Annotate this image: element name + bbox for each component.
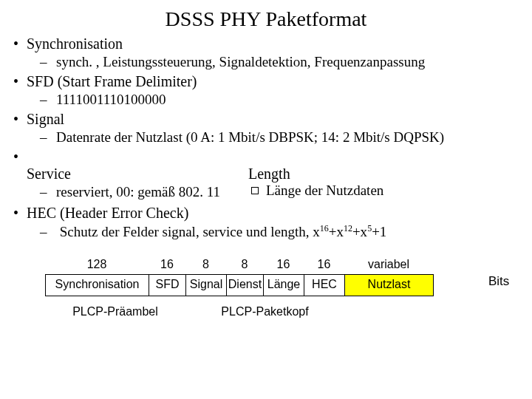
bullet-hec-text: HEC (Header Error Check) — [27, 205, 188, 221]
hec-exp-12: 12 — [344, 223, 352, 233]
bits-var: variabel — [344, 258, 433, 271]
field-hec: HEC — [304, 275, 345, 296]
page-title: DSSS PHY Paketformat — [15, 7, 517, 31]
bullet-service-length: Service reserviert, 00: gemäß 802. 11 Le… — [27, 149, 517, 203]
field-nutzlast: Nutzlast — [345, 275, 434, 296]
bit-count-row: 128 16 8 8 16 16 variabel — [45, 258, 433, 271]
field-sync: Synchronisation — [46, 275, 149, 296]
bullet-length-text: Length — [248, 166, 290, 182]
bits-label: Bits — [488, 274, 509, 289]
label-header: PLCP-Paketkopf — [185, 305, 344, 318]
bits-hec: 16 — [304, 258, 344, 271]
bullet-length-sub: Länge der Nutzdaten — [248, 183, 517, 199]
field-dienst: Dienst — [227, 275, 264, 296]
field-lange: Länge — [264, 275, 304, 296]
bullet-signal-sub: Datenrate der Nutzlast (0 A: 1 Mbit/s DB… — [56, 129, 517, 146]
packet-diagram: 128 16 8 8 16 16 variabel Synchronisatio… — [45, 258, 487, 332]
bullet-sync-sub: synch. , Leistungssteuerung, Signaldetek… — [56, 54, 517, 70]
field-sfd: SFD — [149, 275, 186, 296]
hec-exp-16: 16 — [320, 223, 329, 233]
bullet-signal: Signal Datenrate der Nutzlast (0 A: 1 Mb… — [27, 111, 517, 146]
bits-sfd: 16 — [149, 258, 185, 271]
bullet-sfd-sub: 1111001110100000 — [56, 92, 517, 108]
hec-plusx-1: +x — [329, 224, 344, 239]
bits-sync: 128 — [45, 258, 149, 271]
field-signal: Signal — [186, 275, 227, 296]
bullet-sfd-text: SFD (Start Frame Delimiter) — [27, 73, 197, 89]
bullet-service-text: Service — [27, 166, 71, 182]
bullet-sfd: SFD (Start Frame Delimiter) 111100111010… — [27, 73, 517, 108]
bullet-sync: Synchronisation synch. , Leistungssteuer… — [27, 35, 517, 70]
bullet-hec-sub: Schutz der Felder signal, service und le… — [56, 223, 517, 240]
bits-dienst: 8 — [226, 258, 263, 271]
bullet-sync-text: Synchronisation — [27, 35, 123, 52]
bullet-service-sub: reserviert, 00: gemäß 802. 11 — [56, 184, 248, 200]
field-row: Synchronisation SFD Signal Dienst Länge … — [45, 274, 434, 296]
hec-plusx-2: +x — [352, 224, 367, 239]
bullet-signal-text: Signal — [27, 111, 64, 127]
bits-lange: 16 — [263, 258, 304, 271]
bits-signal: 8 — [185, 258, 226, 271]
bullet-list: Synchronisation synch. , Leistungssteuer… — [15, 35, 517, 240]
hec-poly-pre: Schutz der Felder signal, service und le… — [60, 224, 320, 239]
bullet-hec: HEC (Header Error Check) Schutz der Feld… — [27, 205, 517, 240]
label-preamble: PLCP-Präambel — [45, 305, 185, 318]
hec-plus1: +1 — [372, 224, 386, 239]
